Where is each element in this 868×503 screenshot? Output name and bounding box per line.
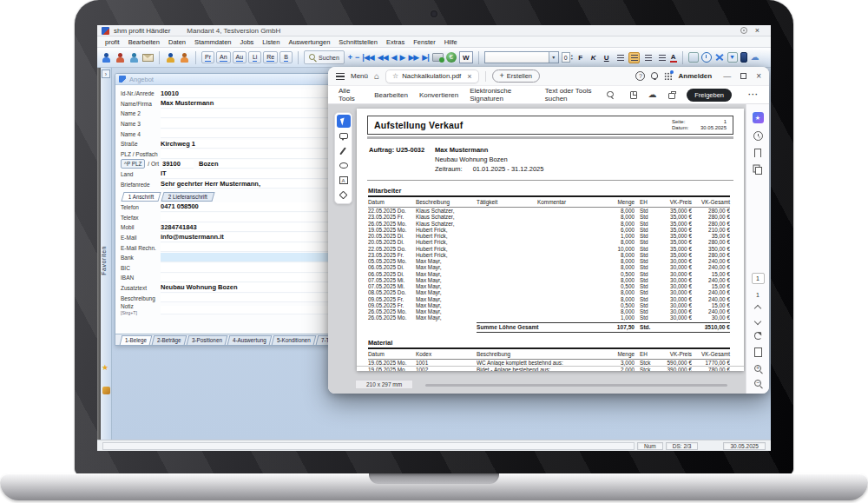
form-tab-3-positionen[interactable]: 3-Positionen [187,335,228,345]
expand-rail-button[interactable]: › [102,69,110,78]
record-button-re[interactable]: Re [263,51,278,63]
favorite-shortcut-icon[interactable] [102,387,110,394]
notifications-bell-icon[interactable] [651,72,658,79]
document-tab[interactable]: ☆ Nachkalkulation.pdf × [385,69,479,83]
form-tab-1-belege[interactable]: 1-Belege [120,335,153,345]
cloud-icon[interactable]: ☁ [750,52,760,63]
record-nav-button-4[interactable]: ◀ [391,53,398,62]
menu-schnittstellen[interactable]: Schnittstellen [334,38,382,46]
home-icon[interactable]: ⌂ [374,72,379,81]
form-tab-2-beträge[interactable]: 2-Beträge [152,335,187,345]
highlight-tool[interactable] [337,159,351,172]
record-nav-button-0[interactable]: + [347,53,352,62]
font-combo[interactable]: ▾ [484,51,559,63]
record-nav-button-1[interactable]: − [354,53,359,62]
history-clock-icon[interactable] [753,131,763,141]
menu-jobs[interactable]: Jobs [236,38,259,46]
record-nav-button-5[interactable]: ▶ [399,53,406,62]
create-button[interactable]: + Erstellen [492,69,540,83]
tools-search[interactable]: Text oder Tools suchen [545,87,614,103]
menu-profit[interactable]: profit [101,38,124,46]
align-justify-button[interactable] [656,52,667,63]
record-button-pr[interactable]: Pr [201,51,214,63]
rotate-page-icon[interactable] [754,332,762,340]
close-x-icon[interactable] [714,52,725,63]
more-options-icon[interactable]: ··· [748,90,759,99]
group-icon[interactable] [128,52,140,63]
previous-page-icon[interactable] [754,305,761,312]
record-nav-button-7[interactable]: ▶| [421,53,429,62]
star-icon[interactable]: ☆ [392,72,398,80]
partners-icon[interactable] [165,52,176,63]
convert-menu[interactable]: Konvertieren [419,91,458,99]
ai-assistant-icon[interactable]: ★ [753,112,764,123]
download-icon[interactable]: ▼ [727,52,738,63]
record-nav-button-2[interactable]: |◀◀ [361,53,374,62]
underline-button[interactable]: U [602,52,612,63]
cloud-upload-icon[interactable]: ☁ [648,90,657,99]
calc-icon[interactable] [688,52,699,63]
app-close-button[interactable]: × [755,27,760,35]
menu-listen[interactable]: Listen [258,38,284,46]
align-right-button[interactable] [642,52,654,63]
share-button[interactable]: Freigeben [687,89,732,102]
word-button[interactable]: W [459,51,473,63]
comment-tool[interactable] [337,129,351,142]
horizontal-scrollbar[interactable] [425,384,727,387]
italic-button[interactable]: K [589,52,599,63]
apps-grid-icon[interactable] [664,72,672,80]
page-number-input[interactable]: 1 [752,273,765,284]
record-nav-button-3[interactable]: ◀◀ [377,53,389,62]
form-tab-4-auswertung[interactable]: 4-Auswertung [227,335,273,345]
draw-tool[interactable] [337,144,351,157]
sign-tool[interactable] [337,189,351,202]
close-button[interactable]: × [756,72,761,81]
font-size-spinner[interactable]: 0 ▴▾ [562,52,573,63]
menu-auswertungen[interactable]: Auswertungen [284,38,334,46]
printer-icon[interactable] [432,53,444,62]
print-icon[interactable] [668,93,676,99]
euro-icon[interactable]: € [446,52,457,63]
record-nav-button-6[interactable]: ▶▶ [407,53,419,62]
next-page-icon[interactable] [754,318,761,325]
bookmark-icon[interactable] [754,149,761,157]
all-tools-menu[interactable]: Alle Tools [339,87,363,103]
select-tool[interactable] [337,115,351,128]
record-button-li[interactable]: Li [248,51,261,63]
favorite-star-icon[interactable]: ★ [102,363,108,372]
plz-field[interactable]: 39100 [162,160,194,169]
menu-label[interactable]: Menü [351,72,368,80]
menu-fenster[interactable]: Fenster [409,38,439,46]
edit-menu[interactable]: Bearbeiten [374,91,408,99]
address-tab-1[interactable]: 1 Anschrift [121,192,161,202]
search-group[interactable]: Suchen [304,50,345,64]
address-tab-2[interactable]: 2 Lieferanschrift [161,192,215,202]
menu-bearbeiten[interactable]: Bearbeiten [124,38,164,46]
record-button-an[interactable]: An [216,51,231,63]
bold-button[interactable]: F [575,52,586,63]
save-icon[interactable] [630,91,637,99]
menu-stammdaten[interactable]: Stammdaten [190,38,236,46]
menu-extras[interactable]: Extras [382,38,409,46]
person-icon[interactable] [115,52,126,63]
gear-icon[interactable] [740,27,747,34]
form-tab-5-konditionen[interactable]: 5-Konditionen [271,335,316,345]
maximize-button[interactable] [740,73,746,79]
minimize-button[interactable]: — [723,75,731,78]
record-button-au[interactable]: Au [233,51,247,63]
contacts-icon[interactable] [101,52,112,63]
plz-lookup-button[interactable]: ^P PLZ [121,159,145,169]
signin-button[interactable]: Anmelden [678,72,712,80]
esign-menu[interactable]: Elektronische Signaturen [470,87,534,103]
align-center-button[interactable] [628,52,640,63]
fit-page-icon[interactable] [754,347,762,357]
help-icon[interactable]: ? [635,71,645,81]
menu-daten[interactable]: Daten [164,38,190,46]
add-text-tool[interactable] [337,174,351,187]
zoom-in-icon[interactable]: + [754,365,761,372]
person-orange-icon[interactable] [179,52,190,63]
clock-icon[interactable] [701,52,712,63]
mail-icon[interactable] [142,54,154,62]
menu-hilfe[interactable]: Hilfe [440,38,462,46]
tab-close-icon[interactable]: × [467,72,471,81]
